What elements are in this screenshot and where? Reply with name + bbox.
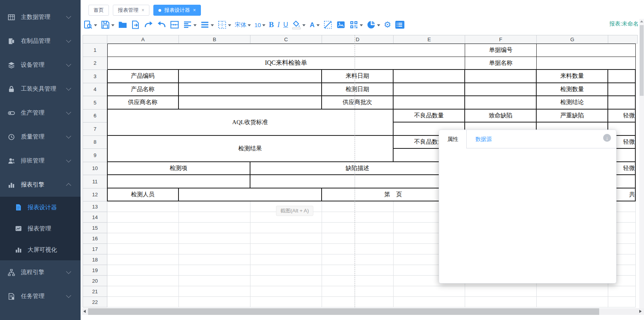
form-cell-r6c5[interactable]: 致命缺陷 — [465, 110, 537, 123]
panel-toggle-button[interactable] — [395, 20, 405, 29]
grid-cell[interactable] — [179, 297, 250, 307]
form-cell-r1c0[interactable] — [107, 44, 465, 57]
row-header-9[interactable]: 9 — [83, 149, 107, 162]
grid-cell[interactable] — [394, 297, 465, 307]
column-header-A[interactable]: A — [107, 35, 179, 44]
image-button[interactable] — [336, 20, 346, 29]
row-header-1[interactable]: 1 — [83, 44, 107, 57]
form-cell-r4c6[interactable]: 检测数量 — [537, 83, 608, 97]
grid-cell[interactable] — [322, 286, 394, 297]
clear-borders-button[interactable] — [323, 20, 333, 29]
chart-button[interactable] — [366, 20, 380, 29]
sidebar-item-9[interactable]: 流程引擎 — [0, 260, 81, 284]
bold-button[interactable]: B — [269, 20, 274, 29]
grid-cell[interactable] — [322, 233, 394, 244]
settings-button[interactable]: ⚙ — [384, 21, 391, 29]
merge-cells-button[interactable] — [170, 20, 179, 29]
column-header-E[interactable]: E — [394, 35, 465, 44]
form-cell-r2c6[interactable] — [537, 57, 636, 70]
grid-cell[interactable] — [250, 233, 322, 244]
form-cell-r4c7[interactable] — [608, 83, 636, 97]
grid-cell[interactable] — [250, 297, 322, 307]
grid-cell[interactable] — [179, 223, 250, 233]
form-cell-r6c6[interactable]: 严重缺陷 — [537, 110, 608, 123]
grid-cell[interactable] — [179, 201, 250, 212]
row-header-22[interactable]: 22 — [83, 297, 107, 307]
row-header-7[interactable]: 7 — [83, 123, 107, 136]
fill-color-button[interactable] — [292, 20, 305, 29]
form-cell-r6c0[interactable]: AQL收货标准 — [107, 110, 394, 136]
grid-cell[interactable] — [179, 254, 250, 265]
panel-tab-attributes[interactable]: 属性 — [439, 130, 467, 148]
grid-cell[interactable] — [107, 212, 179, 223]
download-circle-icon[interactable]: ↓ — [603, 134, 611, 142]
sidebar-item-6[interactable]: 质量管理 — [0, 125, 81, 149]
form-cell-r3c3[interactable]: 来料日期 — [322, 70, 394, 83]
form-cell-r10c0[interactable]: 检测项 — [107, 162, 250, 176]
view-tab-3[interactable]: 报表设计器× — [153, 5, 201, 16]
form-cell-r2c0[interactable]: IQC来料检验单 — [107, 57, 465, 70]
scroll-left-arrow-icon[interactable] — [83, 310, 86, 313]
form-cell-r10c2[interactable]: 缺陷描述 — [250, 162, 465, 176]
line-weight-button[interactable] — [200, 20, 214, 29]
align-button[interactable] — [183, 20, 197, 29]
form-cell-r11c0[interactable] — [107, 175, 250, 188]
row-header-8[interactable]: 8 — [83, 136, 107, 149]
grid-cell[interactable] — [322, 223, 394, 233]
close-icon[interactable]: × — [142, 7, 144, 13]
form-cell-r5c0[interactable]: 供应商名称 — [107, 96, 179, 110]
form-cell-r4c4[interactable] — [394, 83, 465, 97]
row-header-6[interactable]: 6 — [83, 110, 107, 123]
font-family-select[interactable]: 宋体 — [235, 21, 251, 29]
row-header-10[interactable]: 10 — [83, 162, 107, 176]
grid-cell[interactable] — [537, 286, 608, 297]
panel-tab-datasource[interactable]: 数据源 — [473, 130, 494, 148]
row-header-14[interactable]: 14 — [83, 212, 107, 223]
export-button[interactable] — [131, 20, 140, 29]
form-cell-r12c0[interactable]: 检测人员 — [107, 188, 179, 202]
grid-cell[interactable] — [107, 297, 179, 307]
row-header-11[interactable]: 11 — [83, 175, 107, 188]
sidebar-item-3[interactable]: 设备管理 — [0, 53, 81, 77]
form-cell-r11c2[interactable] — [250, 175, 465, 188]
grid-cell[interactable] — [608, 286, 636, 297]
grid-cell[interactable] — [322, 265, 394, 276]
form-cell-r4c1[interactable] — [179, 83, 322, 97]
vertical-scrollbar[interactable] — [639, 19, 644, 308]
form-cell-r5c3[interactable]: 供应商批次 — [322, 96, 394, 110]
row-header-17[interactable]: 17 — [83, 244, 107, 254]
horizontal-scroll-thumb[interactable] — [88, 308, 599, 315]
sidebar-item-2[interactable]: 在制品管理 — [0, 29, 81, 53]
grid-cell[interactable] — [250, 254, 322, 265]
row-header-21[interactable]: 21 — [83, 286, 107, 297]
row-header-16[interactable]: 16 — [83, 233, 107, 244]
sidebar-subitem-1[interactable]: 报表设计器 — [0, 197, 81, 218]
italic-button[interactable]: I — [277, 21, 280, 29]
vertical-scroll-thumb[interactable] — [640, 25, 644, 96]
row-header-4[interactable]: 4 — [83, 83, 107, 97]
grid-cell[interactable] — [394, 286, 465, 297]
form-cell-r3c7[interactable] — [608, 70, 636, 83]
column-header-G[interactable]: G — [537, 35, 608, 44]
grid-cell[interactable] — [250, 223, 322, 233]
form-cell-r3c1[interactable] — [179, 70, 322, 83]
form-cell-r1c6[interactable] — [537, 44, 636, 57]
grid-cell[interactable] — [179, 244, 250, 254]
undo-button[interactable] — [157, 20, 166, 29]
scroll-right-arrow-icon[interactable] — [639, 310, 642, 313]
form-cell-r4c3[interactable]: 检测日期 — [322, 83, 394, 97]
grid-cell[interactable] — [322, 276, 394, 286]
grid-cell[interactable] — [322, 201, 394, 212]
redo-button[interactable] — [144, 20, 153, 29]
borders-button[interactable] — [217, 20, 231, 29]
grid-cell[interactable] — [107, 254, 179, 265]
form-cell-r6c7[interactable]: 轻微 — [608, 110, 636, 123]
row-header-13[interactable]: 13 — [83, 201, 107, 212]
view-tab-2[interactable]: 报表管理× — [113, 5, 149, 16]
grid-cell[interactable] — [179, 265, 250, 276]
font-color-button[interactable]: A — [309, 22, 320, 28]
row-header-2[interactable]: 2 — [83, 57, 107, 70]
grid-cell[interactable] — [322, 254, 394, 265]
qrcode-button[interactable] — [349, 20, 363, 29]
form-cell-r5c5[interactable] — [465, 96, 537, 110]
